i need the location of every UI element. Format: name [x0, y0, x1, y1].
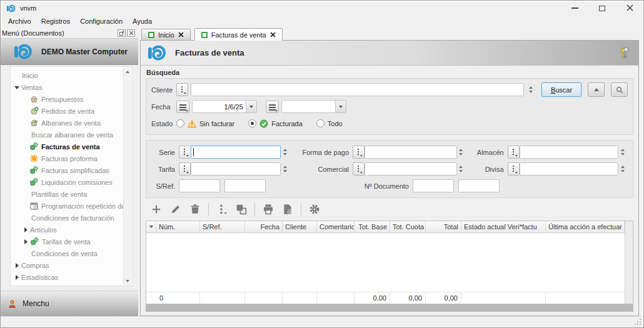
menu-configuracion[interactable]: Configuración [75, 16, 128, 27]
sidebar-item-ventas[interactable]: Ventas [11, 81, 123, 93]
sidebar-item-pedidos-venta[interactable]: Pedidos de venta [11, 105, 123, 117]
tab-inicio[interactable]: Inicio [141, 29, 191, 40]
divisa-spinner[interactable] [618, 162, 626, 176]
table-body-empty[interactable] [146, 233, 633, 292]
cliente-input[interactable] [191, 83, 524, 96]
print-button[interactable] [260, 201, 276, 217]
estado-option-facturada[interactable]: Facturada [248, 119, 303, 128]
radio-icon[interactable] [316, 119, 325, 127]
menu-ayuda[interactable]: Ayuda [128, 16, 157, 27]
tree-scrollbar[interactable] [123, 67, 131, 285]
fecha-from-operator-button[interactable] [176, 101, 189, 113]
sidebar-item-buscar-albaranes[interactable]: Buscar albaranes de venta [11, 129, 123, 141]
settings-button[interactable] [306, 201, 323, 217]
duplicate-button[interactable] [233, 201, 249, 217]
serie-spinner[interactable] [281, 146, 289, 159]
fecha-from-dropdown[interactable] [246, 101, 256, 112]
sidebar-item-inicio[interactable]: Inicio [11, 69, 123, 81]
tab-facturas-de-venta[interactable]: Facturas de venta [194, 28, 283, 41]
col-cliente[interactable]: Cliente [283, 221, 317, 232]
sidebar-item-plantillas-venta[interactable]: Plantillas de venta [11, 188, 123, 200]
tarifa-lookup-button[interactable] [179, 162, 191, 176]
serie-input[interactable] [191, 146, 281, 159]
col-tot-cuota-iva[interactable]: Tot. Cuota IVA [390, 221, 426, 232]
col-total[interactable]: Total [426, 221, 461, 232]
cliente-lookup-button[interactable] [176, 83, 188, 96]
scroll-down-icon[interactable] [124, 277, 131, 285]
divisa-input[interactable] [520, 162, 618, 176]
num-documento-input-2[interactable] [458, 179, 500, 192]
sidebar-item-almacen[interactable]: Almacén [11, 283, 123, 286]
sidebar-item-articulos[interactable]: Artículos [11, 224, 123, 236]
col-fecha[interactable]: Fecha [245, 221, 283, 232]
tarifa-spinner[interactable] [281, 162, 289, 176]
buscar-button[interactable]: Buscar [541, 82, 581, 97]
forma-pago-lookup-button[interactable] [353, 146, 365, 159]
forma-pago-spinner[interactable] [457, 146, 465, 159]
sidebar-item-tarifas-venta[interactable]: Tarifas de venta [11, 236, 123, 247]
edit-button[interactable] [168, 201, 184, 217]
sref-input-2[interactable] [224, 179, 266, 192]
estado-option-sin-facturar[interactable]: Sin facturar [176, 119, 234, 128]
sort-indicator[interactable] [146, 221, 156, 232]
sidebar-item-facturas-simplificadas[interactable]: Facturas simplificadas [11, 164, 123, 176]
advanced-search-button[interactable] [611, 82, 628, 97]
menu-registros[interactable]: Registros [36, 16, 75, 27]
resize-grip[interactable] [635, 319, 641, 325]
more-actions-button[interactable] [214, 201, 230, 217]
fecha-from-combo[interactable]: 1/6/25 [192, 100, 257, 113]
sidebar-item-liquidacion-comisiones[interactable]: Liquidación comisiones [11, 176, 123, 188]
permissions-keys-button[interactable] [618, 46, 630, 61]
sidebar-item-facturas-proforma[interactable]: Facturas proforma [11, 152, 123, 164]
sidebar-item-condiciones-facturacion[interactable]: Condiciones de facturación [11, 212, 123, 224]
radio-selected-icon[interactable] [248, 119, 256, 127]
close-button[interactable] [616, 1, 643, 16]
tarifa-input[interactable] [191, 162, 281, 176]
almacen-input[interactable] [520, 146, 618, 159]
chevron-right-icon[interactable] [23, 227, 30, 233]
almacen-lookup-button[interactable] [508, 146, 520, 159]
sidebar-item-condiciones-venta[interactable]: Condiciones de venta [11, 247, 123, 259]
radio-icon[interactable] [176, 119, 184, 127]
col-tot-base[interactable]: Tot. Base [355, 221, 390, 232]
col-num[interactable]: Núm. [156, 221, 200, 232]
fecha-to-dropdown[interactable] [335, 101, 346, 112]
sidebar-item-programacion-repeticion[interactable]: Programación repetición do... [11, 200, 123, 212]
chevron-down-icon[interactable] [14, 84, 21, 91]
serie-lookup-button[interactable] [179, 146, 191, 159]
chevron-right-icon[interactable] [14, 262, 21, 269]
scroll-up-icon[interactable] [124, 67, 131, 76]
tab-close-icon[interactable] [178, 32, 184, 37]
maximize-button[interactable] [588, 1, 616, 16]
col-comentario[interactable]: Comentario [317, 221, 355, 232]
fecha-to-operator-button[interactable] [266, 101, 279, 113]
sidebar-item-compras[interactable]: Compras [11, 259, 123, 271]
num-documento-input-1[interactable] [413, 179, 454, 192]
comercial-input[interactable] [365, 162, 457, 176]
sidebar-item-estadisticas[interactable]: Estadísticas [11, 271, 123, 283]
close-panel-button[interactable] [127, 29, 135, 37]
add-button[interactable] [148, 201, 164, 217]
almacen-spinner[interactable] [618, 146, 626, 159]
col-estado-verifactu[interactable]: Estado actual Veri*factu [461, 221, 546, 232]
cliente-spinner[interactable] [526, 83, 535, 96]
delete-button[interactable] [187, 201, 203, 217]
comercial-spinner[interactable] [457, 162, 465, 176]
col-sref[interactable]: S/Ref. [200, 221, 245, 232]
menu-archivo[interactable]: Archivo [3, 16, 36, 27]
sidebar-item-albaranes-venta[interactable]: Albaranes de venta [11, 117, 123, 129]
fecha-to-combo[interactable] [281, 100, 346, 113]
comercial-lookup-button[interactable] [353, 162, 365, 176]
sidebar-item-presupuestos[interactable]: Presupuestos [11, 93, 123, 105]
collapse-search-button[interactable] [588, 82, 605, 97]
forma-pago-input[interactable] [365, 146, 457, 159]
chevron-right-icon[interactable] [14, 286, 21, 287]
sref-input-1[interactable] [179, 179, 220, 192]
divisa-lookup-button[interactable] [508, 162, 520, 176]
table-vertical-scrollbar[interactable] [625, 221, 633, 304]
estado-option-todo[interactable]: Todo [316, 119, 343, 127]
minimize-button[interactable] [561, 1, 588, 16]
export-settings-button[interactable] [279, 201, 296, 217]
sidebar-item-facturas-venta[interactable]: Facturas de venta [11, 141, 123, 152]
col-ultima-accion-verifactu[interactable]: Última acción a efectuar Veri*fact [546, 221, 625, 232]
